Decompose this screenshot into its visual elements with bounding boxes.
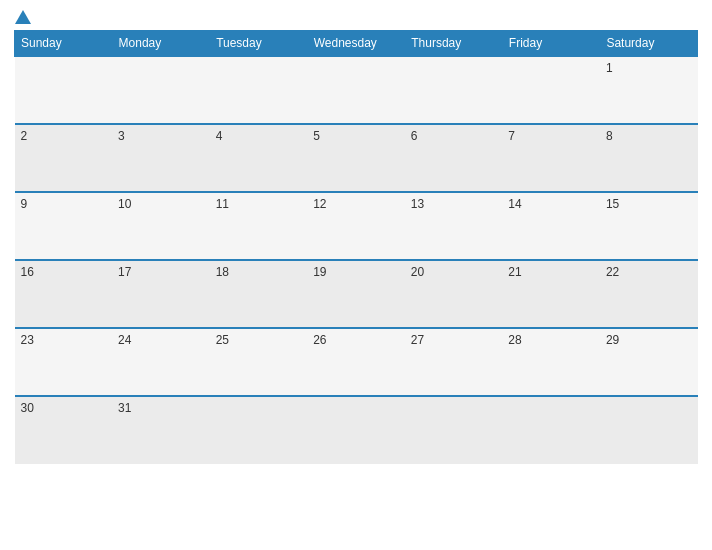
day-cell: 16 <box>15 260 113 328</box>
day-cell <box>112 56 210 124</box>
day-number: 22 <box>606 265 619 279</box>
calendar-header <box>14 10 698 24</box>
weekday-header-saturday: Saturday <box>600 31 698 57</box>
day-cell <box>307 56 405 124</box>
weekday-header-monday: Monday <box>112 31 210 57</box>
day-number: 8 <box>606 129 613 143</box>
logo-triangle-icon <box>15 10 31 24</box>
day-number: 16 <box>21 265 34 279</box>
week-row-6: 3031 <box>15 396 698 464</box>
day-cell: 20 <box>405 260 503 328</box>
day-cell: 15 <box>600 192 698 260</box>
week-row-3: 9101112131415 <box>15 192 698 260</box>
day-cell: 25 <box>210 328 308 396</box>
day-cell <box>502 56 600 124</box>
day-number: 13 <box>411 197 424 211</box>
day-number: 24 <box>118 333 131 347</box>
day-number: 14 <box>508 197 521 211</box>
day-cell: 27 <box>405 328 503 396</box>
weekday-header-row: SundayMondayTuesdayWednesdayThursdayFrid… <box>15 31 698 57</box>
day-cell: 2 <box>15 124 113 192</box>
day-cell: 11 <box>210 192 308 260</box>
day-number: 7 <box>508 129 515 143</box>
day-cell <box>405 396 503 464</box>
day-number: 12 <box>313 197 326 211</box>
day-cell: 29 <box>600 328 698 396</box>
day-cell <box>600 396 698 464</box>
day-cell: 13 <box>405 192 503 260</box>
week-row-1: 1 <box>15 56 698 124</box>
day-cell: 8 <box>600 124 698 192</box>
day-number: 15 <box>606 197 619 211</box>
day-cell: 22 <box>600 260 698 328</box>
day-number: 4 <box>216 129 223 143</box>
day-cell <box>210 56 308 124</box>
day-cell: 14 <box>502 192 600 260</box>
day-number: 20 <box>411 265 424 279</box>
day-number: 9 <box>21 197 28 211</box>
day-number: 30 <box>21 401 34 415</box>
weekday-header-thursday: Thursday <box>405 31 503 57</box>
logo <box>14 10 31 24</box>
day-number: 29 <box>606 333 619 347</box>
day-number: 6 <box>411 129 418 143</box>
day-cell: 5 <box>307 124 405 192</box>
day-cell: 26 <box>307 328 405 396</box>
weekday-header-friday: Friday <box>502 31 600 57</box>
day-cell: 9 <box>15 192 113 260</box>
week-row-2: 2345678 <box>15 124 698 192</box>
week-row-4: 16171819202122 <box>15 260 698 328</box>
week-row-5: 23242526272829 <box>15 328 698 396</box>
day-cell <box>210 396 308 464</box>
day-cell: 21 <box>502 260 600 328</box>
day-number: 28 <box>508 333 521 347</box>
weekday-header-wednesday: Wednesday <box>307 31 405 57</box>
day-cell <box>405 56 503 124</box>
day-cell: 4 <box>210 124 308 192</box>
calendar-container: SundayMondayTuesdayWednesdayThursdayFrid… <box>0 0 712 550</box>
day-cell: 18 <box>210 260 308 328</box>
day-number: 17 <box>118 265 131 279</box>
weekday-header-sunday: Sunday <box>15 31 113 57</box>
day-number: 1 <box>606 61 613 75</box>
day-number: 26 <box>313 333 326 347</box>
day-cell: 3 <box>112 124 210 192</box>
day-cell: 1 <box>600 56 698 124</box>
day-number: 23 <box>21 333 34 347</box>
day-cell <box>307 396 405 464</box>
calendar-grid: SundayMondayTuesdayWednesdayThursdayFrid… <box>14 30 698 464</box>
day-number: 18 <box>216 265 229 279</box>
day-number: 11 <box>216 197 229 211</box>
day-number: 25 <box>216 333 229 347</box>
day-number: 31 <box>118 401 131 415</box>
day-cell: 10 <box>112 192 210 260</box>
day-cell <box>502 396 600 464</box>
day-number: 19 <box>313 265 326 279</box>
day-cell: 12 <box>307 192 405 260</box>
day-cell: 19 <box>307 260 405 328</box>
day-cell: 17 <box>112 260 210 328</box>
day-number: 3 <box>118 129 125 143</box>
day-number: 2 <box>21 129 28 143</box>
day-number: 10 <box>118 197 131 211</box>
day-cell: 24 <box>112 328 210 396</box>
day-cell <box>15 56 113 124</box>
day-cell: 7 <box>502 124 600 192</box>
day-number: 5 <box>313 129 320 143</box>
day-cell: 6 <box>405 124 503 192</box>
weekday-header-tuesday: Tuesday <box>210 31 308 57</box>
day-number: 27 <box>411 333 424 347</box>
day-cell: 31 <box>112 396 210 464</box>
day-cell: 28 <box>502 328 600 396</box>
day-number: 21 <box>508 265 521 279</box>
day-cell: 23 <box>15 328 113 396</box>
day-cell: 30 <box>15 396 113 464</box>
